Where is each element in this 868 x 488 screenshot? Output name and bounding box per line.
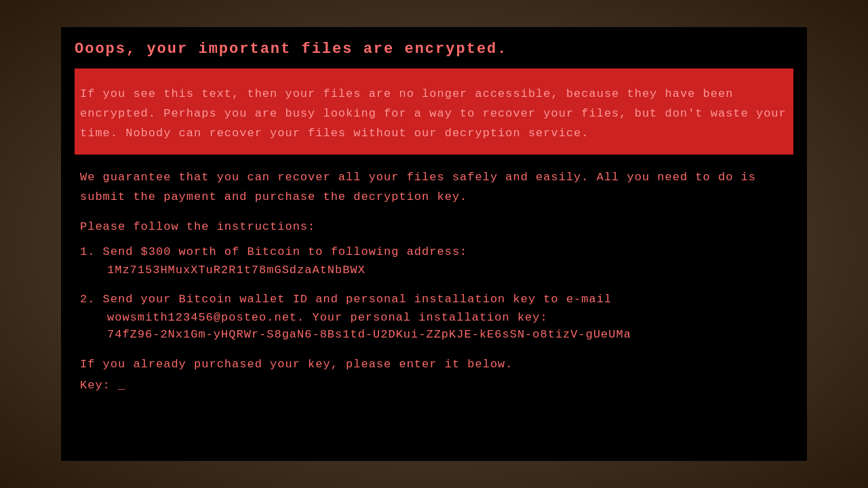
title-line: Ooops, your important files are encrypte… — [75, 41, 793, 58]
step1-label: 1. Send $300 worth of Bitcoin to followi… — [80, 245, 788, 258]
highlight-paragraph: If you see this text, then your files ar… — [80, 85, 788, 144]
highlight-block: If you see this text, then your files ar… — [75, 74, 793, 155]
step2-label: 2. Send your Bitcoin wallet ID and perso… — [80, 293, 788, 306]
footer-line1: If you already purchased your key, pleas… — [80, 354, 788, 375]
guarantee-paragraph: We guarantee that you can recover all yo… — [80, 168, 788, 207]
cursor: _ — [118, 375, 125, 396]
key-input-line[interactable]: Key: _ — [80, 375, 788, 396]
step2-content: wowsmith123456@posteo.net. Your personal… — [107, 311, 788, 324]
instructions-header: Please follow the instructions: — [80, 220, 788, 233]
bitcoin-address: 1Mz7153HMuxXTuR2R1t78mGSdzaAtNbBWX — [107, 264, 788, 277]
installation-key: 74fZ96-2Nx1Gm-yHQRWr-S8gaN6-8Bs1td-U2DKu… — [107, 328, 788, 341]
red-bar-divider — [75, 68, 793, 74]
terminal-window: Ooops, your important files are encrypte… — [61, 27, 807, 461]
footer-section: If you already purchased your key, pleas… — [80, 354, 788, 396]
body-text: We guarantee that you can recover all yo… — [75, 168, 793, 396]
